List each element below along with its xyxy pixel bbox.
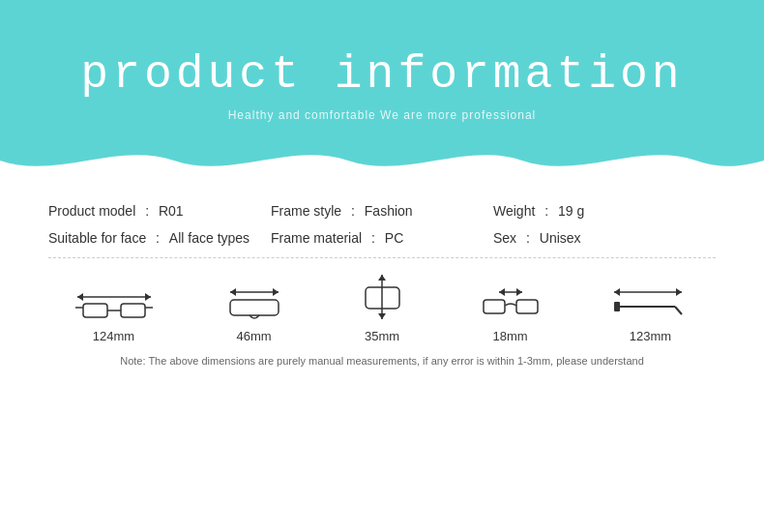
svg-rect-4	[121, 304, 145, 317]
icon-total-width	[75, 273, 153, 321]
value-temple-length: 123mm	[630, 329, 671, 343]
svg-marker-17	[499, 288, 505, 296]
wave-decoration	[0, 141, 764, 180]
info-cell-sex: Sex : Unisex	[493, 230, 716, 246]
svg-rect-3	[83, 304, 107, 317]
icon-temple-length	[612, 273, 690, 321]
info-row-1: Product model : R01 Frame style : Fashio…	[48, 203, 716, 219]
svg-rect-11	[230, 300, 279, 315]
dimension-total-width: 124mm	[75, 273, 153, 343]
label-face: Suitable for face	[48, 230, 146, 246]
value-lens-height: 35mm	[365, 329, 399, 343]
separator-6: :	[522, 230, 534, 246]
svg-rect-20	[516, 300, 538, 313]
dimension-lens-width: 46mm	[225, 273, 283, 343]
value-lens-width: 46mm	[236, 329, 271, 343]
svg-marker-10	[273, 288, 279, 296]
dimension-temple-length: 123mm	[612, 273, 690, 343]
svg-marker-18	[516, 288, 522, 296]
svg-marker-14	[378, 313, 386, 319]
info-cell-model: Product model : R01	[48, 203, 271, 219]
info-cell-material: Frame material : PC	[271, 230, 493, 246]
label-frame-style: Frame style	[271, 203, 341, 219]
dimensions-section: 124mm 46mm	[0, 258, 764, 343]
value-total-width: 124mm	[93, 329, 134, 343]
svg-marker-13	[378, 275, 386, 281]
info-row-2: Suitable for face : All face types Frame…	[48, 230, 716, 246]
info-cell-frame-style: Frame style : Fashion	[271, 203, 493, 219]
separator-4: :	[152, 230, 163, 246]
label-sex: Sex	[493, 230, 516, 246]
svg-rect-19	[484, 300, 505, 313]
value-sex: Unisex	[540, 230, 581, 246]
value-material: PC	[385, 230, 403, 246]
separator-5: :	[367, 230, 379, 246]
separator-2: :	[347, 203, 359, 219]
label-material: Frame material	[271, 230, 362, 246]
value-product-model: R01	[159, 203, 184, 219]
icon-bridge-width	[482, 273, 540, 321]
svg-marker-9	[230, 288, 236, 296]
separator-1: :	[141, 203, 153, 219]
header-subtitle: Healthy and comfortable We are more prof…	[228, 108, 537, 122]
svg-marker-1	[77, 293, 83, 301]
label-weight: Weight	[493, 203, 535, 219]
icon-lens-height	[356, 273, 409, 321]
page-title: product information	[80, 48, 683, 101]
value-frame-style: Fashion	[365, 203, 413, 219]
info-cell-weight: Weight : 19 g	[493, 203, 716, 219]
svg-line-25	[675, 307, 682, 314]
value-face: All face types	[169, 230, 250, 246]
dimension-lens-height: 35mm	[356, 273, 409, 343]
dimension-bridge-width: 18mm	[482, 273, 540, 343]
separator-3: :	[541, 203, 552, 219]
icon-lens-width	[225, 273, 283, 321]
info-cell-face: Suitable for face : All face types	[48, 230, 271, 246]
product-info-section: Product model : R01 Frame style : Fashio…	[0, 184, 764, 246]
svg-marker-23	[676, 288, 682, 296]
label-product-model: Product model	[48, 203, 135, 219]
note-text: Note: The above dimensions are purely ma…	[48, 355, 716, 367]
value-bridge-width: 18mm	[492, 329, 527, 343]
header-section: product information Healthy and comforta…	[0, 0, 764, 179]
svg-rect-26	[614, 302, 620, 311]
svg-marker-22	[614, 288, 620, 296]
note-section: Note: The above dimensions are purely ma…	[0, 343, 764, 367]
value-weight: 19 g	[558, 203, 584, 219]
svg-marker-2	[145, 293, 151, 301]
